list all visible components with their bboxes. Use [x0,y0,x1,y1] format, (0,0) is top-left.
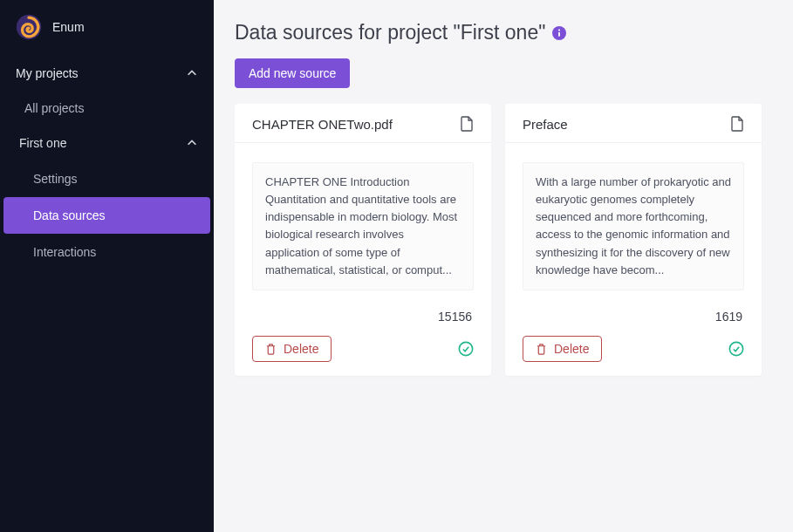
sidebar-subitem-settings[interactable]: Settings [0,160,214,197]
sidebar: Enum My projects All projects First one … [0,0,214,532]
data-source-card: Preface With a large number of prokaryot… [505,104,762,376]
card-footer: Delete [523,336,744,362]
brand-name: Enum [52,20,85,34]
sidebar-group-my-projects[interactable]: My projects [0,56,214,91]
page-title-row: Data sources for project "First one" [235,21,762,44]
svg-point-4 [459,342,472,355]
card-title: Preface [523,117,568,132]
trash-icon [536,343,547,355]
cards-container: CHAPTER ONETwo.pdf CHAPTER ONE Introduct… [235,104,762,376]
card-header: Preface [505,104,762,143]
main-content: Data sources for project "First one" Add… [214,0,793,532]
card-title: CHAPTER ONETwo.pdf [252,117,393,132]
svg-point-3 [558,29,560,31]
sidebar-project-label: First one [19,136,66,150]
brand-row: Enum [0,0,214,56]
delete-label: Delete [284,342,318,356]
file-icon [730,116,744,132]
sidebar-project-first-one[interactable]: First one [0,126,214,160]
card-snippet: CHAPTER ONE Introduction Quantitation an… [252,162,474,290]
svg-point-5 [729,342,742,355]
chevron-up-icon [186,137,198,149]
svg-rect-2 [558,31,560,36]
check-circle-icon [458,341,474,357]
card-body: With a large number of prokaryotic and e… [505,143,762,376]
add-new-source-button[interactable]: Add new source [235,58,350,88]
card-header: CHAPTER ONETwo.pdf [235,104,491,143]
sidebar-item-all-projects[interactable]: All projects [0,91,214,126]
card-snippet: With a large number of prokaryotic and e… [523,162,744,290]
card-footer: Delete [252,336,474,362]
file-icon [460,116,474,132]
page-title: Data sources for project "First one" [235,21,545,44]
chevron-up-icon [186,67,198,79]
data-source-card: CHAPTER ONETwo.pdf CHAPTER ONE Introduct… [235,104,491,376]
brand-logo-icon [16,14,42,40]
delete-button[interactable]: Delete [523,336,602,362]
check-circle-icon [728,341,744,357]
delete-button[interactable]: Delete [252,336,332,362]
trash-icon [265,343,277,355]
delete-label: Delete [554,342,589,356]
info-icon[interactable] [552,26,566,40]
sidebar-subitem-data-sources[interactable]: Data sources [3,197,210,234]
sidebar-group-label: My projects [16,66,79,80]
card-count: 15156 [252,290,474,336]
card-body: CHAPTER ONE Introduction Quantitation an… [235,143,491,376]
card-count: 1619 [523,290,744,336]
sidebar-subitem-interactions[interactable]: Interactions [0,234,214,270]
